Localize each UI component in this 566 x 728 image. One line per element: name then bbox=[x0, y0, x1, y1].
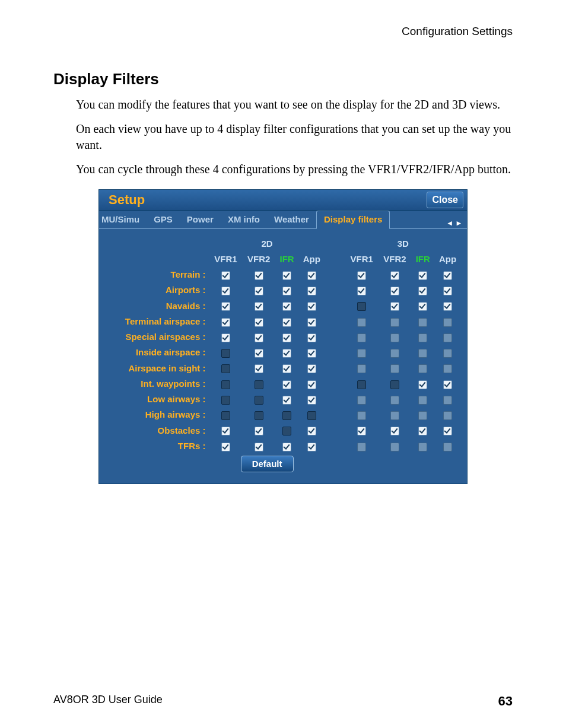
checkbox-lowair-2d-0[interactable] bbox=[221, 396, 230, 405]
checkbox-intwp-3d-1[interactable] bbox=[390, 380, 399, 389]
checkbox-lowair-2d-2[interactable] bbox=[282, 396, 291, 405]
checkbox-lowair-3d-1[interactable] bbox=[390, 396, 399, 405]
checkbox-terminal-3d-0[interactable] bbox=[357, 318, 366, 327]
checkbox-navaids-3d-3[interactable] bbox=[443, 302, 452, 311]
tab-weather[interactable]: Weather bbox=[267, 211, 316, 228]
checkbox-intwp-2d-2[interactable] bbox=[282, 380, 291, 389]
checkbox-highair-2d-2[interactable] bbox=[282, 411, 291, 420]
checkbox-obstacles-2d-3[interactable] bbox=[307, 427, 316, 435]
checkbox-airports-2d-1[interactable] bbox=[255, 287, 263, 295]
checkbox-highair-3d-3[interactable] bbox=[443, 411, 452, 420]
checkbox-navaids-3d-1[interactable] bbox=[390, 302, 399, 311]
checkbox-highair-3d-2[interactable] bbox=[418, 411, 427, 420]
checkbox-inside-2d-3[interactable] bbox=[307, 349, 316, 358]
checkbox-navaids-2d-2[interactable] bbox=[282, 302, 291, 311]
checkbox-special-3d-1[interactable] bbox=[390, 333, 399, 342]
checkbox-terminal-2d-0[interactable] bbox=[221, 318, 230, 327]
checkbox-special-3d-0[interactable] bbox=[357, 333, 366, 342]
close-button[interactable]: Close bbox=[427, 192, 463, 208]
tab-gps[interactable]: GPS bbox=[147, 211, 180, 228]
checkbox-navaids-2d-1[interactable] bbox=[255, 302, 263, 311]
checkbox-intwp-2d-3[interactable] bbox=[307, 380, 316, 389]
checkbox-navaids-3d-0[interactable] bbox=[357, 302, 366, 311]
checkbox-tfrs-3d-3[interactable] bbox=[443, 443, 452, 452]
checkbox-inside-2d-0[interactable] bbox=[221, 349, 230, 358]
checkbox-intwp-2d-0[interactable] bbox=[221, 380, 230, 389]
checkbox-airports-2d-3[interactable] bbox=[307, 287, 316, 295]
checkbox-terrain-3d-0[interactable] bbox=[357, 271, 366, 280]
checkbox-tfrs-2d-2[interactable] bbox=[282, 443, 291, 452]
checkbox-navaids-3d-2[interactable] bbox=[418, 302, 427, 311]
checkbox-lowair-2d-3[interactable] bbox=[307, 396, 316, 405]
default-button[interactable]: Default bbox=[241, 456, 294, 472]
checkbox-lowair-3d-2[interactable] bbox=[418, 396, 427, 405]
checkbox-intwp-3d-0[interactable] bbox=[357, 380, 366, 389]
checkbox-terrain-3d-2[interactable] bbox=[418, 271, 427, 280]
checkbox-insight-2d-1[interactable] bbox=[255, 364, 263, 373]
checkbox-special-2d-3[interactable] bbox=[307, 333, 316, 342]
checkbox-obstacles-3d-0[interactable] bbox=[357, 427, 366, 435]
checkbox-inside-3d-3[interactable] bbox=[443, 349, 452, 358]
checkbox-terrain-2d-2[interactable] bbox=[282, 271, 291, 280]
checkbox-insight-2d-0[interactable] bbox=[221, 364, 230, 373]
checkbox-terminal-3d-1[interactable] bbox=[390, 318, 399, 327]
checkbox-terrain-2d-1[interactable] bbox=[255, 271, 263, 280]
checkbox-obstacles-3d-1[interactable] bbox=[390, 427, 399, 435]
checkbox-airports-3d-1[interactable] bbox=[390, 287, 399, 295]
checkbox-tfrs-2d-3[interactable] bbox=[307, 443, 316, 452]
checkbox-tfrs-2d-1[interactable] bbox=[255, 443, 263, 452]
checkbox-obstacles-3d-3[interactable] bbox=[443, 427, 452, 435]
tab-scroll-arrows[interactable]: ◂ ▸ bbox=[443, 218, 467, 228]
checkbox-intwp-3d-3[interactable] bbox=[443, 380, 452, 389]
checkbox-lowair-3d-3[interactable] bbox=[443, 396, 452, 405]
checkbox-insight-3d-1[interactable] bbox=[390, 364, 399, 373]
checkbox-inside-3d-0[interactable] bbox=[357, 349, 366, 358]
checkbox-airports-3d-3[interactable] bbox=[443, 287, 452, 295]
checkbox-obstacles-2d-0[interactable] bbox=[221, 427, 230, 435]
checkbox-obstacles-3d-2[interactable] bbox=[418, 427, 427, 435]
checkbox-terrain-3d-1[interactable] bbox=[390, 271, 399, 280]
checkbox-tfrs-3d-0[interactable] bbox=[357, 443, 366, 452]
checkbox-highair-2d-0[interactable] bbox=[221, 411, 230, 420]
checkbox-special-2d-1[interactable] bbox=[255, 333, 263, 342]
checkbox-insight-2d-2[interactable] bbox=[282, 364, 291, 373]
checkbox-navaids-2d-0[interactable] bbox=[221, 302, 230, 311]
checkbox-tfrs-3d-2[interactable] bbox=[418, 443, 427, 452]
checkbox-inside-3d-1[interactable] bbox=[390, 349, 399, 358]
checkbox-insight-3d-0[interactable] bbox=[357, 364, 366, 373]
tab-display-filters[interactable]: Display filters bbox=[316, 211, 390, 228]
checkbox-terrain-3d-3[interactable] bbox=[443, 271, 452, 280]
checkbox-terrain-2d-3[interactable] bbox=[307, 271, 316, 280]
checkbox-airports-2d-0[interactable] bbox=[221, 287, 230, 295]
tab-mu-simu[interactable]: MU/Simu bbox=[101, 211, 147, 228]
checkbox-highair-3d-0[interactable] bbox=[357, 411, 366, 420]
checkbox-tfrs-3d-1[interactable] bbox=[390, 443, 399, 452]
checkbox-highair-3d-1[interactable] bbox=[390, 411, 399, 420]
checkbox-tfrs-2d-0[interactable] bbox=[221, 443, 230, 452]
checkbox-obstacles-2d-2[interactable] bbox=[282, 427, 291, 435]
checkbox-airports-3d-2[interactable] bbox=[418, 287, 427, 295]
checkbox-terrain-2d-0[interactable] bbox=[221, 271, 230, 280]
checkbox-lowair-3d-0[interactable] bbox=[357, 396, 366, 405]
checkbox-terminal-2d-3[interactable] bbox=[307, 318, 316, 327]
checkbox-special-2d-2[interactable] bbox=[282, 333, 291, 342]
checkbox-special-2d-0[interactable] bbox=[221, 333, 230, 342]
checkbox-insight-3d-2[interactable] bbox=[418, 364, 427, 373]
checkbox-obstacles-2d-1[interactable] bbox=[255, 427, 263, 435]
checkbox-special-3d-3[interactable] bbox=[443, 333, 452, 342]
checkbox-inside-2d-1[interactable] bbox=[255, 349, 263, 358]
checkbox-insight-2d-3[interactable] bbox=[307, 364, 316, 373]
checkbox-highair-2d-1[interactable] bbox=[255, 411, 263, 420]
checkbox-highair-2d-3[interactable] bbox=[307, 411, 316, 420]
tab-xm-info[interactable]: XM info bbox=[221, 211, 267, 228]
checkbox-intwp-3d-2[interactable] bbox=[418, 380, 427, 389]
checkbox-navaids-2d-3[interactable] bbox=[307, 302, 316, 311]
tab-power[interactable]: Power bbox=[180, 211, 221, 228]
checkbox-intwp-2d-1[interactable] bbox=[255, 380, 263, 389]
checkbox-terminal-3d-3[interactable] bbox=[443, 318, 452, 327]
checkbox-inside-2d-2[interactable] bbox=[282, 349, 291, 358]
checkbox-airports-2d-2[interactable] bbox=[282, 287, 291, 295]
checkbox-lowair-2d-1[interactable] bbox=[255, 396, 263, 405]
checkbox-inside-3d-2[interactable] bbox=[418, 349, 427, 358]
checkbox-terminal-2d-1[interactable] bbox=[255, 318, 263, 327]
